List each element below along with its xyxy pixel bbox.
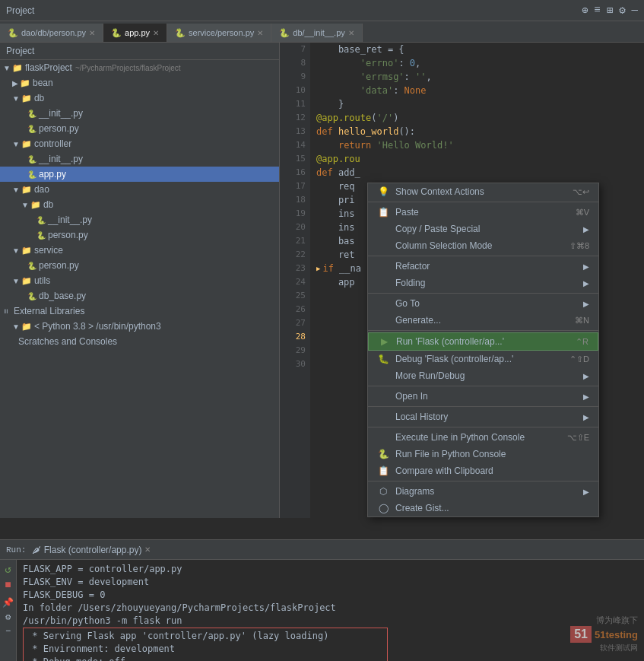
menu-diagrams[interactable]: ⬡ Diagrams ▶ [368,483,598,500]
close-icon[interactable]: ✕ [144,545,151,554]
menu-separator [368,481,598,481]
menu-generate[interactable]: Generate... ⌘N [368,312,598,329]
tree-item-ext-libs[interactable]: ⫼ External Libraries [0,303,279,319]
menu-show-context-actions[interactable]: 💡 Show Context Actions ⌥↩ [368,183,598,200]
tree-item-controller[interactable]: ▼ 📁 controller [0,136,279,151]
tree-item-utils[interactable]: ▼ 📁 utils [0,273,279,288]
menu-compare-clipboard[interactable]: 📋 Compare with Clipboard [368,462,598,479]
menu-more-run-debug[interactable]: More Run/Debug ▶ [368,367,598,384]
context-menu: 💡 Show Context Actions ⌥↩ 📋 Paste ⌘V Cop… [367,183,599,517]
tab-service-person[interactable]: 🐍 service/person.py ✕ [167,24,271,42]
tree-label: service [34,245,63,256]
tree-item-dao-db[interactable]: ▼ 📁 db [0,197,279,212]
menu-paste[interactable]: 📋 Paste ⌘V [368,204,598,221]
tree-item-dao-db-init[interactable]: 🐍 __init__.py [0,212,279,227]
bottom-tab-flask[interactable]: 🌶 Flask (controller/app.py) ✕ [26,543,157,557]
tab-db-init[interactable]: 🐍 db/__init__.py ✕ [271,24,363,42]
menu-column-selection[interactable]: Column Selection Mode ⇧⌘8 [368,237,598,254]
tree-item-scratches[interactable]: Scratches and Consoles [0,334,279,349]
menu-create-gist[interactable]: ◯ Create Gist... [368,500,598,516]
submenu-arrow: ▶ [583,413,589,421]
menu-debug-flask[interactable]: 🐛 Debug 'Flask (controller/ap...' ⌃⇧D [368,351,598,367]
menu-label: Debug 'Flask (controller/ap...' [395,354,513,364]
menu-label: Local History [395,412,448,422]
watermark: 博为峰旗下 51 51testing 软件测试网 [570,615,638,653]
menu-separator [368,202,598,202]
tree-item-service[interactable]: ▼ 📁 service [0,243,279,258]
tree-item-dao-person[interactable]: 🐍 person.py [0,227,279,243]
console-line-4: In folder /Users/zhouyueyang/PycharmProj… [23,602,638,615]
menu-shortcut: ⇧⌘8 [569,241,589,251]
menu-shortcut: ⌘N [575,316,589,326]
py-icon: 🐍 [36,216,46,224]
menu-shortcut: ⌘V [576,208,589,218]
close-icon[interactable]: ✕ [89,29,95,37]
watermark-testing: 51testing [595,629,638,640]
tree-label: controller [34,138,71,149]
file-icon: 🐍 [8,28,18,38]
run-label: Run: [6,545,26,555]
menu-refactor[interactable]: Refactor ▶ [368,258,598,275]
add-icon[interactable]: ⊕ [582,4,588,17]
tree-item-db-person[interactable]: 🐍 person.py [0,121,279,136]
menu-copy-paste-special[interactable]: Copy / Paste Special ▶ [368,221,598,237]
menu-label: Go To [395,298,420,309]
minimize-icon[interactable]: − [5,626,11,637]
close-icon[interactable]: ✕ [257,29,263,37]
bottom-main: FLASK_APP = controller/app.py FLASK_ENV … [17,560,644,661]
tree-item-bean[interactable]: ▶ 📁 bean [0,75,279,91]
console-line-1: FLASK_APP = controller/app.py [23,563,638,576]
editor-tabs: 🐍 dao/db/person.py ✕ 🐍 app.py ✕ 🐍 servic… [0,21,644,43]
tab-app-py[interactable]: 🐍 app.py ✕ [103,24,167,42]
pin-icon[interactable]: 📌 [2,597,14,609]
py-icon: 🐍 [27,292,36,300]
tree-item-ctrl-init[interactable]: 🐍 __init__.py [0,151,279,167]
tree-item-db-init[interactable]: 🐍 __init__.py [0,106,279,121]
tree-label: __init__.py [39,154,83,164]
grid-icon[interactable]: ⊞ [607,4,613,17]
bottom-tab-bar: Run: 🌶 Flask (controller/app.py) ✕ [0,540,644,560]
tree-item-flaskproject[interactable]: ▼ 📁 flaskProject ~/PycharmProjects/flask… [0,60,279,75]
menu-folding[interactable]: Folding ▶ [368,275,598,291]
expand-arrow: ▼ [12,186,20,194]
menu-run-file-python[interactable]: 🐍 Run File in Python Console [368,446,598,462]
settings-icon[interactable]: ⚙ [619,4,625,17]
menu-goto[interactable]: Go To ▶ [368,295,598,312]
sidebar-title: Project [6,46,34,56]
menu-run-flask[interactable]: ▶ Run 'Flask (controller/ap...' ⌃R [368,332,598,351]
tree-item-python[interactable]: ▼ 📁 < Python 3.8 > /usr/bin/python3 [0,319,279,334]
tree-label: person.py [48,230,88,240]
folder-icon: 📁 [20,78,30,88]
logo-51: 51 [570,626,592,643]
submenu-arrow: ▶ [583,300,589,308]
tree-label: utils [34,275,50,286]
code-line-8: 'errno': 0, [316,56,644,70]
stop-icon[interactable]: ■ [5,579,11,591]
tree-item-app-py[interactable]: 🐍 app.py [0,167,279,182]
settings-icon[interactable]: ⚙ [5,612,11,623]
menu-local-history[interactable]: Local History ▶ [368,408,598,425]
menu-open-in[interactable]: Open In ▶ [368,388,598,405]
tree-label: bean [33,78,53,88]
menu-execute-line[interactable]: Execute Line in Python Console ⌥⇧E [368,429,598,446]
restart-icon[interactable]: ↺ [5,563,11,576]
watermark-top: 博为峰旗下 [570,615,638,626]
close-icon[interactable]: ✕ [153,29,159,37]
file-icon: 🐍 [111,28,122,38]
minimize-icon[interactable]: — [632,4,638,17]
close-icon[interactable]: ✕ [348,29,354,37]
list-icon[interactable]: ≡ [594,4,600,17]
tree-label: person.py [39,260,79,271]
tree-label: Scratches and Consoles [18,336,117,347]
menu-label: Run 'Flask (controller/ap...' [396,336,504,347]
tree-item-dao[interactable]: ▼ 📁 dao [0,182,279,197]
tree-item-db[interactable]: ▼ 📁 db [0,91,279,106]
tab-dao-person[interactable]: 🐍 dao/db/person.py ✕ [0,24,103,42]
menu-separator [368,406,598,407]
code-line-19: def add_ [316,166,644,180]
py-icon: 🐍 [27,125,36,133]
tree-item-service-person[interactable]: 🐍 person.py [0,258,279,273]
debug-icon: 🐛 [377,354,389,364]
menu-label: Show Context Actions [395,186,484,197]
tree-item-db-base[interactable]: 🐍 db_base.py [0,288,279,303]
